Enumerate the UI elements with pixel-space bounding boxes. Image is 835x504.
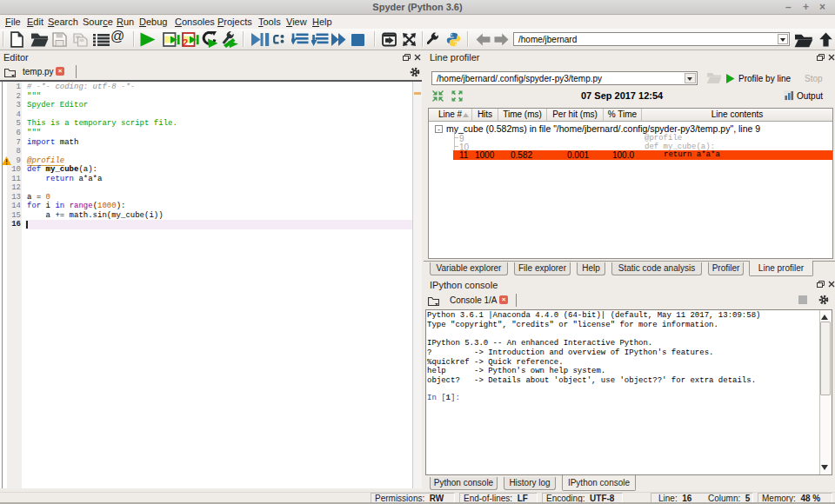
svg-text:2: 2 (183, 37, 188, 48)
